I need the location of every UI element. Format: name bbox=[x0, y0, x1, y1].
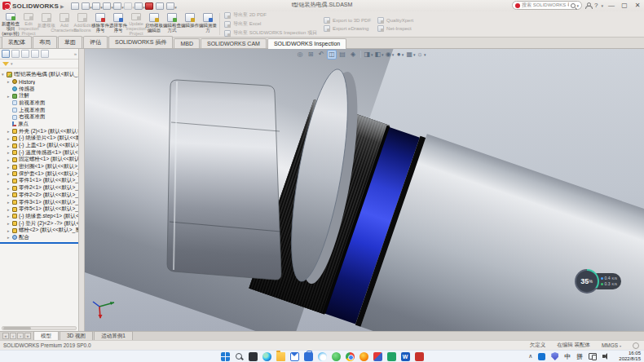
zoom-to-area-icon[interactable]: ⊞ bbox=[306, 50, 315, 60]
launch-template-editor-button[interactable]: 启动模板编辑器 bbox=[145, 12, 163, 36]
edit-inspection-project-button[interactable]: Edit Inspection Project bbox=[20, 12, 37, 36]
tree-item-component[interactable]: ▸零件3<1> (默认<<默认>_显示状 bbox=[0, 199, 78, 206]
dynamic-annotation-views-icon[interactable]: ▤ bbox=[337, 50, 347, 60]
remove-balloons-button[interactable]: 移除零件序号 bbox=[91, 12, 109, 36]
tab-sw-inspection[interactable]: SOLIDWORKS Inspection bbox=[267, 38, 346, 49]
export-sw-inspection-button[interactable]: 导出至 SOLIDWORKS Inspection 项目 bbox=[224, 29, 317, 37]
minimize-button[interactable]: — bbox=[607, 2, 616, 9]
tree-item-component[interactable]: ▸零件1<1> (默认<<默认>_显示状 bbox=[0, 178, 78, 185]
search-icon[interactable] bbox=[571, 3, 576, 8]
last-tab-icon[interactable]: » bbox=[24, 333, 31, 339]
prev-tab-icon[interactable]: ‹ bbox=[10, 333, 16, 339]
panel-horizontal-scrollbar[interactable] bbox=[2, 326, 77, 330]
tab-sw-addins[interactable]: SOLIDWORKS 插件 bbox=[108, 36, 173, 48]
red-blue-app-icon[interactable] bbox=[373, 352, 382, 361]
edit-measurement-button[interactable]: 编辑测量方 bbox=[199, 12, 217, 36]
help-button[interactable]: ? bbox=[594, 2, 598, 9]
tree-item-origin[interactable]: ▸原点 bbox=[0, 121, 78, 128]
tree-root[interactable]: ▾t型铠装热电偶 (默认<默认_显示状态-1 bbox=[0, 70, 78, 78]
restore-button[interactable]: ▢ bbox=[620, 2, 629, 9]
speed-monitor-badge[interactable]: 35% 0.4K/S 0.3K/S bbox=[575, 269, 621, 294]
rollback-bar[interactable] bbox=[0, 242, 78, 244]
tree-item-top-plane[interactable]: ▸上视基准面 bbox=[0, 107, 78, 114]
view-orientation-icon[interactable]: ◨▾ bbox=[364, 50, 373, 60]
apply-scene-icon[interactable]: ▦▾ bbox=[406, 50, 416, 60]
view-settings-icon[interactable]: ☼▾ bbox=[417, 50, 426, 60]
chrome-icon[interactable] bbox=[346, 352, 355, 361]
zoom-to-fit-icon[interactable]: ◎ bbox=[295, 50, 305, 60]
panel-tabs-overflow-icon[interactable]: » bbox=[74, 51, 77, 56]
green-browser-icon[interactable] bbox=[332, 352, 341, 361]
hide-show-items-icon[interactable]: ◉▾ bbox=[385, 50, 395, 60]
status-gear-icon[interactable] bbox=[633, 342, 639, 349]
tree-item-annotations[interactable]: ▸注解 bbox=[0, 92, 78, 99]
green-app-icon[interactable] bbox=[387, 352, 396, 361]
edge-browser-icon[interactable] bbox=[262, 352, 271, 361]
add-edit-balloons-button[interactable]: Add/Edit Balloons bbox=[73, 12, 91, 36]
close-button[interactable]: ✕ bbox=[633, 2, 642, 9]
dimxpertmanager-tab-icon[interactable] bbox=[31, 50, 39, 58]
edit-appearance-icon[interactable]: ●▾ bbox=[395, 50, 405, 60]
tree-item-component[interactable]: ▸外壳 (2)<1> (默认<<默认>_显示状 bbox=[0, 128, 78, 135]
file-explorer-taskbar-icon[interactable] bbox=[276, 352, 285, 361]
tree-item-mates[interactable]: ▸配合 bbox=[0, 234, 78, 241]
scrollbar-thumb[interactable] bbox=[3, 327, 31, 329]
tab-assembly[interactable]: 装配体 bbox=[2, 36, 32, 48]
tab-sw-cam[interactable]: SOLIDWORKS CAM bbox=[201, 38, 267, 48]
help-dropdown-icon[interactable]: ▾ bbox=[601, 3, 603, 8]
tab-mbd[interactable]: MBD bbox=[174, 38, 200, 48]
tree-item-component[interactable]: ▸(-) 温度传感器<1> (默认<<默认>_ bbox=[0, 149, 78, 157]
add-characteristic-button[interactable]: Add Characteristic bbox=[55, 12, 73, 36]
export-3d-pdf-button[interactable]: Export to 3D PDF bbox=[324, 17, 371, 24]
panel-splitter[interactable] bbox=[79, 49, 85, 331]
task-view-icon[interactable] bbox=[249, 352, 258, 361]
microsoft-store-icon[interactable] bbox=[304, 352, 313, 361]
display-style-icon[interactable]: ◧▾ bbox=[374, 50, 384, 60]
previous-view-icon[interactable]: ↶ bbox=[316, 50, 326, 60]
edit-operations-button[interactable]: 编辑操作 bbox=[181, 12, 199, 36]
select-balloons-button[interactable]: 选择零件序号 bbox=[109, 12, 127, 36]
orange-browser-icon[interactable] bbox=[359, 352, 368, 361]
tree-item-history[interactable]: ▸History bbox=[0, 78, 78, 86]
filter-dropdown-icon[interactable]: ▾ bbox=[11, 61, 13, 66]
tab-sketch[interactable]: 草图 bbox=[58, 36, 82, 48]
solidworks-taskbar-icon[interactable] bbox=[415, 352, 424, 361]
tree-filter-row[interactable]: ▾ bbox=[0, 60, 78, 68]
tree-item-component[interactable]: ▸保护套<1> (默认<<默认>_显示状 bbox=[0, 170, 78, 178]
tree-item-component[interactable]: ▸螺栓<2> (默认<<默认>_显示状态 bbox=[0, 227, 78, 234]
export-2d-pdf-button[interactable]: 导出至 2D PDF bbox=[224, 11, 317, 19]
search-dropdown-icon[interactable]: ▾ bbox=[577, 3, 580, 8]
tree-item-component[interactable]: ▸零件2<1> (默认<<默认>_显示状 bbox=[0, 184, 78, 192]
taskbar-search-icon[interactable] bbox=[235, 352, 244, 361]
word-icon[interactable]: W bbox=[401, 352, 410, 361]
mail-icon[interactable] bbox=[290, 352, 299, 361]
tab-layout[interactable]: 布局 bbox=[33, 36, 57, 48]
configurationmanager-tab-icon[interactable] bbox=[21, 50, 29, 58]
propertymanager-tab-icon[interactable] bbox=[11, 50, 20, 58]
update-inspection-project-button[interactable]: Update Inspection Project bbox=[127, 12, 145, 36]
tree-item-sensors[interactable]: ▸传感器 bbox=[0, 86, 78, 93]
section-view-icon[interactable]: ◫ bbox=[327, 50, 337, 60]
tree-item-component[interactable]: ▸(-) 绝缘套.step<1> (默认<<默认> bbox=[0, 213, 78, 220]
export-excel-button[interactable]: 导出至 Excel bbox=[224, 20, 317, 28]
login-icon[interactable] bbox=[585, 2, 591, 8]
next-tab-icon[interactable]: › bbox=[17, 333, 24, 339]
measure-icon[interactable]: ◈ bbox=[348, 50, 358, 60]
weather-app-icon[interactable] bbox=[318, 352, 327, 361]
graphics-area[interactable]: ◎ ⊞ ↶ ◫ ▤ ◈ ◨▾ ◧▾ ◉▾ ●▾ ▦▾ ☼▾ ⌂ ▤ ▱ ▥ ◕ … bbox=[85, 49, 644, 331]
first-tab-icon[interactable]: « bbox=[2, 333, 9, 339]
tree-item-component[interactable]: ▸零件2<2> (默认<<默认>_显示状 bbox=[0, 192, 78, 199]
start-button-icon[interactable] bbox=[221, 352, 230, 361]
tree-item-component[interactable]: ▸密封圈<1> (默认<<默认>_显示状 bbox=[0, 163, 78, 170]
search-box[interactable]: 搜索 SOLIDWORKS 帮助 ▾ bbox=[512, 1, 582, 10]
tree-item-component[interactable]: ▸固定螺栓<1> (默认<<默认>_显示 bbox=[0, 157, 78, 164]
tree-item-right-plane[interactable]: ▸右视基准面 bbox=[0, 113, 78, 121]
tree-item-component[interactable]: ▸零件5<1> (默认<<默认>_显示状 bbox=[0, 205, 78, 213]
tree-item-component[interactable]: ▸(-) 上盖<1> (默认<<默认>_显示状 bbox=[0, 142, 78, 149]
displaymanager-tab-icon[interactable] bbox=[41, 50, 49, 58]
net-inspect-button[interactable]: Net-Inspect bbox=[377, 25, 413, 32]
qualityxpert-button[interactable]: QualityXpert bbox=[377, 17, 413, 24]
export-edrawing-button[interactable]: Export eDrawing bbox=[324, 25, 371, 32]
edit-inspection-methods-button[interactable]: 编辑检查方式 bbox=[163, 12, 181, 36]
featuremanager-tab-icon[interactable] bbox=[2, 50, 10, 58]
